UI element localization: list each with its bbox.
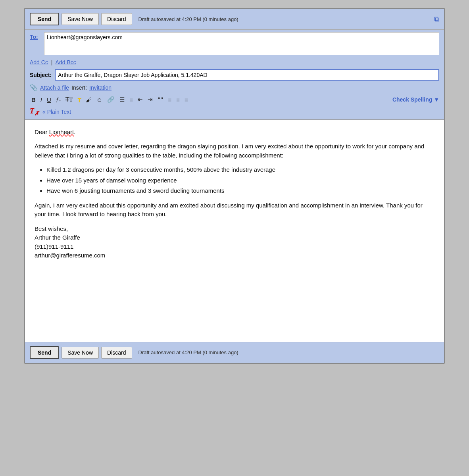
link-button[interactable]: 🔗 [106,95,116,104]
ordered-list-button[interactable]: ☰ [118,95,126,104]
recipient-name: Lionheart [49,129,74,135]
plain-text-link[interactable]: « Plain Text [42,109,71,115]
add-cc-link[interactable]: Add Cc [30,59,48,65]
insert-label: Insert: [71,84,87,91]
email-closing: Best wishes, Arthur the Giraffe (911)911… [35,225,434,260]
to-row: To: Lionheart@gragonslayers.com [25,30,444,58]
autosave-status-bottom: Draft autosaved at 4:20 PM (0 minutes ag… [138,349,238,355]
format-toolbar: B I U ƒ- T̶T T 🖌 ☺ 🔗 ☰ ≡ ⇤ ⇥ ““ ≡ ≡ ≡ Ch… [25,93,444,106]
cc-bcc-separator: | [51,59,53,65]
top-toolbar: Send Save Now Discard Draft autosaved at… [25,9,444,30]
bold-button[interactable]: B [30,96,37,104]
unordered-list-button[interactable]: ≡ [128,96,135,104]
autosave-status: Draft autosaved at 4:20 PM (0 minutes ag… [138,16,238,22]
emoji-button[interactable]: ☺ [95,96,104,104]
subject-label: Subject: [30,72,52,78]
check-spelling-button[interactable]: Check Spelling ▼ [392,96,439,103]
indent-less-button[interactable]: ⇤ [136,95,144,104]
text-color-button[interactable]: T [76,96,83,104]
list-item: Have won 6 jousting tournaments and 3 sw… [46,186,434,196]
send-button-bottom[interactable]: Send [30,346,59,359]
to-label[interactable]: To: [30,34,42,40]
align-center-button[interactable]: ≡ [175,96,181,104]
email-body[interactable]: Dear Lionheart. Attached is my resume an… [25,120,444,342]
highlight-button[interactable]: 🖌 [84,96,93,104]
subject-input[interactable] [55,69,439,81]
discard-button-top[interactable]: Discard [101,13,132,25]
email-bullet-list: Killed 1.2 dragons per day for 3 consecu… [46,165,434,196]
save-button-top[interactable]: Save Now [62,13,99,25]
save-button-bottom[interactable]: Save Now [62,347,99,359]
list-item: Killed 1.2 dragons per day for 3 consecu… [46,165,434,175]
plain-text-row: T✗ « Plain Text [25,106,444,120]
expand-icon[interactable]: ⧉ [434,15,439,23]
list-item: Have over 15 years of damsel wooing expe… [46,176,434,185]
to-input[interactable]: Lionheart@gragonslayers.com [44,32,439,55]
paperclip-icon: 📎 [30,84,38,91]
attach-file-link[interactable]: Attach a file [40,84,69,91]
cc-bcc-row: Add Cc | Add Bcc [25,58,444,68]
blockquote-button[interactable]: ““ [156,95,165,104]
send-button-top[interactable]: Send [30,13,59,25]
bottom-toolbar: Send Save Now Discard Draft autosaved at… [25,342,444,363]
email-paragraph-2: Again, I am very excited about this oppo… [35,201,434,219]
compose-window: Send Save Now Discard Draft autosaved at… [24,8,445,364]
invitation-link[interactable]: Invitation [89,84,111,91]
font-style-button[interactable]: ƒ- [54,96,63,104]
subject-row: Subject: [25,68,444,82]
remove-formatting-icon: T✗ [30,107,39,117]
align-right-button[interactable]: ≡ [183,96,190,104]
attach-row: 📎 Attach a file Insert: Invitation [25,82,444,93]
indent-more-button[interactable]: ⇥ [146,95,154,104]
email-greeting: Dear Lionheart. [35,128,434,137]
strikethrough-button[interactable]: T̶T [64,95,74,104]
discard-button-bottom[interactable]: Discard [101,347,132,359]
add-bcc-link[interactable]: Add Bcc [56,59,76,65]
italic-button[interactable]: I [39,96,44,104]
align-left-button[interactable]: ≡ [166,96,173,104]
email-paragraph-1: Attached is my resume and cover letter, … [35,142,434,160]
underline-button[interactable]: U [45,96,53,104]
